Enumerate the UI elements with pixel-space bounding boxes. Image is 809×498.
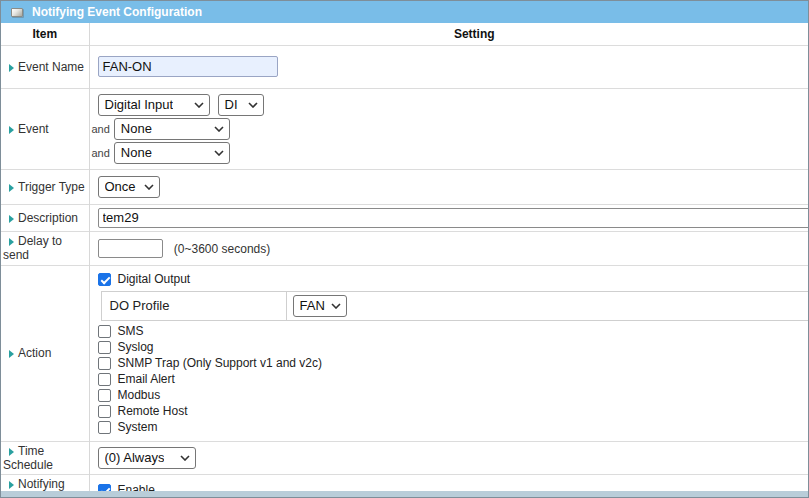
remote-host-label: Remote Host bbox=[118, 404, 188, 419]
bullet-arrow-icon bbox=[9, 238, 14, 246]
email-alert-label: Email Alert bbox=[118, 372, 175, 387]
bullet-arrow-icon bbox=[9, 64, 14, 72]
chevron-down-icon bbox=[331, 303, 341, 309]
event-label: Event bbox=[18, 122, 49, 136]
row-time-schedule: Time Schedule (0) Always bbox=[1, 441, 808, 474]
column-header-item: Item bbox=[1, 23, 89, 45]
description-input[interactable] bbox=[98, 208, 809, 228]
select-value: (0) Always bbox=[105, 450, 165, 465]
event-name-input[interactable] bbox=[98, 56, 278, 77]
trigger-type-label: Trigger Type bbox=[18, 180, 85, 194]
action-label: Action bbox=[18, 346, 51, 360]
config-content: Item Setting Event Name Event Digital In… bbox=[1, 23, 808, 498]
snmp-trap-label: SNMP Trap (Only Support v1 and v2c) bbox=[118, 356, 323, 371]
system-checkbox[interactable] bbox=[98, 421, 111, 434]
select-value: None bbox=[121, 121, 152, 136]
event-and2-select[interactable]: None bbox=[114, 142, 230, 164]
action-option-remote-host: Remote Host bbox=[98, 404, 809, 419]
chevron-down-icon bbox=[214, 126, 224, 132]
and-label: and bbox=[92, 147, 110, 159]
action-option-email-alert: Email Alert bbox=[98, 372, 809, 387]
row-delay-to-send: Delay to send (0~3600 seconds) bbox=[1, 231, 808, 265]
select-value: DI bbox=[225, 97, 238, 112]
sms-checkbox[interactable] bbox=[98, 325, 111, 338]
delay-input[interactable] bbox=[98, 239, 163, 258]
chevron-down-icon bbox=[214, 150, 224, 156]
chevron-down-icon bbox=[180, 455, 190, 461]
digital-output-checkbox[interactable] bbox=[98, 273, 111, 286]
bullet-arrow-icon bbox=[9, 481, 14, 489]
bottom-strip bbox=[1, 491, 808, 497]
bullet-arrow-icon bbox=[9, 215, 14, 223]
modbus-label: Modbus bbox=[118, 388, 161, 403]
row-description: Description bbox=[1, 204, 808, 231]
system-label: System bbox=[118, 420, 158, 435]
title-bar: Notifying Event Configuration bbox=[1, 1, 808, 23]
syslog-label: Syslog bbox=[118, 340, 154, 355]
table-header-row: Item Setting bbox=[1, 23, 808, 45]
action-option-system: System bbox=[98, 420, 809, 435]
config-table: Item Setting Event Name Event Digital In… bbox=[1, 23, 808, 498]
delay-hint: (0~3600 seconds) bbox=[174, 242, 270, 256]
action-option-syslog: Syslog bbox=[98, 340, 809, 355]
modbus-checkbox[interactable] bbox=[98, 389, 111, 402]
do-profile-label: DO Profile bbox=[102, 292, 287, 320]
bullet-arrow-icon bbox=[9, 350, 14, 358]
row-event: Event Digital Input DI and bbox=[1, 88, 808, 169]
chevron-down-icon bbox=[248, 102, 258, 108]
bullet-arrow-icon bbox=[9, 184, 14, 192]
panel-icon bbox=[11, 8, 23, 17]
bullet-arrow-icon bbox=[9, 126, 14, 134]
chevron-down-icon bbox=[144, 184, 154, 190]
snmp-trap-checkbox[interactable] bbox=[98, 357, 111, 370]
email-alert-checkbox[interactable] bbox=[98, 373, 111, 386]
page-title: Notifying Event Configuration bbox=[32, 5, 202, 19]
digital-output-label: Digital Output bbox=[118, 271, 191, 288]
action-option-modbus: Modbus bbox=[98, 388, 809, 403]
row-trigger-type: Trigger Type Once bbox=[1, 169, 808, 204]
row-event-name: Event Name bbox=[1, 45, 808, 88]
row-action: Action Digital Output DO Profile FAN bbox=[1, 265, 808, 441]
select-value: None bbox=[121, 145, 152, 160]
bullet-arrow-icon bbox=[9, 448, 14, 456]
chevron-down-icon bbox=[194, 102, 204, 108]
description-label: Description bbox=[18, 211, 78, 225]
select-value: Digital Input bbox=[105, 97, 174, 112]
trigger-type-select[interactable]: Once bbox=[98, 176, 160, 198]
notifying-event-config-window: Notifying Event Configuration Item Setti… bbox=[0, 0, 809, 498]
time-schedule-select[interactable]: (0) Always bbox=[98, 447, 196, 469]
event-and1-select[interactable]: None bbox=[114, 118, 230, 140]
column-header-setting: Setting bbox=[89, 23, 808, 45]
do-profile-table: DO Profile FAN bbox=[101, 291, 809, 321]
event-name-label: Event Name bbox=[18, 60, 84, 74]
action-option-snmp-trap: SNMP Trap (Only Support v1 and v2c) bbox=[98, 356, 809, 371]
select-value: Once bbox=[105, 179, 136, 194]
select-value: FAN bbox=[300, 298, 325, 313]
remote-host-checkbox[interactable] bbox=[98, 405, 111, 418]
and-label: and bbox=[92, 123, 110, 135]
do-profile-select[interactable]: FAN bbox=[293, 295, 347, 317]
event-subtype-select[interactable]: DI bbox=[218, 94, 264, 116]
syslog-checkbox[interactable] bbox=[98, 341, 111, 354]
sms-label: SMS bbox=[118, 324, 144, 339]
event-type-select[interactable]: Digital Input bbox=[98, 94, 210, 116]
action-option-sms: SMS bbox=[98, 324, 809, 339]
